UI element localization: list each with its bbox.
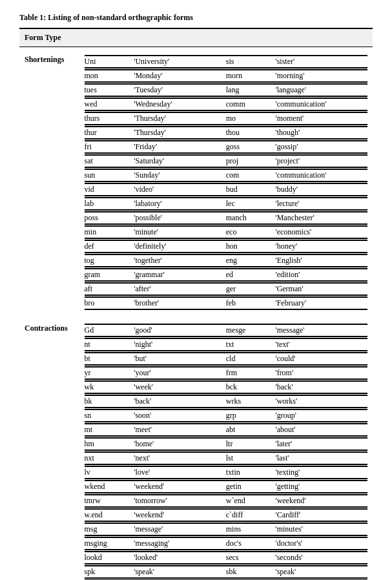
form-type-cell (19, 83, 79, 98)
data-cell: min'minute'eco'economics' (79, 225, 373, 240)
form-meaning: 'labatory' (134, 198, 226, 210)
form-type-cell (19, 565, 79, 579)
form-meaning: 'together' (134, 254, 226, 267)
form-abbr: aft (85, 283, 134, 295)
form-meaning: 'minutes' (275, 523, 367, 535)
form-meaning: 'Friday' (134, 141, 226, 153)
table-row: ContractionsGd'good'mesge'message' (19, 316, 373, 338)
form-abbr: eco (226, 226, 276, 238)
data-cell: bt'but'cld'could' (79, 352, 373, 366)
form-abbr: lst (226, 452, 276, 464)
data-cell: mt'meet'abt'about' (79, 423, 373, 437)
form-meaning: 'last' (275, 452, 367, 464)
form-abbr: ed (226, 269, 276, 281)
form-type-cell (19, 154, 79, 169)
form-meaning: 'English' (275, 254, 367, 267)
form-type-cell (19, 508, 79, 523)
col-form-type: Form Type (19, 28, 373, 47)
table-row: sat'Saturday'proj'project' (19, 154, 373, 169)
form-abbr: wkend (85, 481, 134, 493)
table-row: lv'love'txtin'texting' (19, 466, 373, 480)
form-meaning: 'though' (275, 127, 367, 139)
form-meaning: 'works' (275, 395, 367, 408)
form-abbr: proj (226, 155, 276, 167)
form-meaning: 'message' (134, 523, 226, 535)
form-abbr: wk (85, 381, 134, 393)
form-meaning: 'Thursday' (134, 127, 226, 139)
form-abbr: min (85, 226, 134, 238)
form-abbr: grp (226, 409, 276, 422)
form-meaning: 'looked' (134, 552, 226, 564)
form-abbr: sis (226, 56, 276, 68)
form-abbr: w.end (85, 509, 134, 521)
data-cell: bk'back'wrks'works' (79, 395, 373, 409)
form-meaning: 'German' (275, 283, 367, 295)
table-row: w.end'weekend'c`diff'Cardiff' (19, 508, 373, 523)
table-row: nt'night'txt'text' (19, 338, 373, 352)
form-meaning: 'moment' (275, 112, 367, 125)
form-type-cell (19, 537, 79, 551)
form-type-cell (19, 140, 79, 154)
data-cell: nxt'next'lst'last' (79, 451, 373, 466)
form-meaning: 'morning' (275, 70, 367, 82)
table-row: mt'meet'abt'about' (19, 423, 373, 437)
form-meaning: 'message' (275, 324, 367, 337)
form-abbr: feb (226, 297, 276, 309)
form-meaning: 'love' (134, 466, 226, 479)
form-abbr: mesge (226, 324, 276, 337)
form-meaning: 'grammar' (134, 269, 226, 281)
form-meaning: 'texting' (275, 466, 367, 479)
form-abbr: hon (226, 240, 276, 253)
form-abbr: mt (85, 424, 134, 436)
form-type-cell (19, 296, 79, 311)
form-type-cell (19, 240, 79, 254)
form-type-cell (19, 451, 79, 466)
form-meaning: 'definitely' (134, 240, 226, 253)
table-row: thurs'Thursday'mo'moment' (19, 112, 373, 126)
table-row: def'definitely'hon'honey' (19, 240, 373, 254)
table-row: msg'message'mins'minutes' (19, 523, 373, 537)
form-meaning: 'possible' (134, 212, 226, 224)
form-type-cell (19, 268, 79, 282)
form-type-cell (19, 423, 79, 437)
form-abbr: getin (226, 481, 276, 493)
form-abbr: lec (226, 198, 276, 210)
form-type-cell (19, 437, 79, 451)
form-type-cell (19, 395, 79, 409)
data-cell: sat'Saturday'proj'project' (79, 154, 373, 169)
form-abbr: bud (226, 183, 276, 196)
form-abbr: nt (85, 338, 134, 351)
form-abbr: gram (85, 269, 134, 281)
form-abbr: mon (85, 70, 134, 82)
form-abbr: tues (85, 84, 134, 96)
form-meaning: 'Monday' (134, 70, 226, 82)
form-meaning: 'home' (134, 438, 226, 450)
form-type-cell (19, 211, 79, 225)
form-abbr: thurs (85, 112, 134, 125)
data-cell: tues'Tuesday'lang'language' (79, 83, 373, 98)
form-abbr: c`diff (226, 509, 276, 521)
form-abbr: yr (85, 367, 134, 379)
form-meaning: 'video' (134, 183, 226, 196)
form-meaning: 'your' (134, 367, 226, 379)
form-meaning: 'text' (275, 338, 367, 351)
form-abbr: abt (226, 424, 276, 436)
data-cell: tog'together'eng'English' (79, 254, 373, 268)
form-abbr: bck (226, 381, 276, 393)
form-meaning: 'after' (134, 283, 226, 295)
form-type-cell: Contractions (19, 316, 79, 338)
table-row: ShorteningsUni'University'sis'sister' (19, 47, 373, 70)
form-abbr: bt (85, 353, 134, 365)
data-cell: w.end'weekend'c`diff'Cardiff' (79, 508, 373, 523)
form-type-cell (19, 480, 79, 494)
data-cell: vid'video'bud'buddy' (79, 183, 373, 197)
table-row: tmrw'tomorrow'w`end'weekend' (19, 494, 373, 508)
form-meaning: 'weekend' (134, 481, 226, 493)
form-meaning: 'from' (275, 367, 367, 379)
data-cell: wk'week'bck'back' (79, 380, 373, 395)
form-meaning: 'about' (275, 424, 367, 436)
form-meaning: 'edition' (275, 269, 367, 281)
form-meaning: 'communication' (275, 169, 367, 181)
form-type-cell (19, 366, 79, 380)
form-abbr: secs (226, 552, 276, 564)
